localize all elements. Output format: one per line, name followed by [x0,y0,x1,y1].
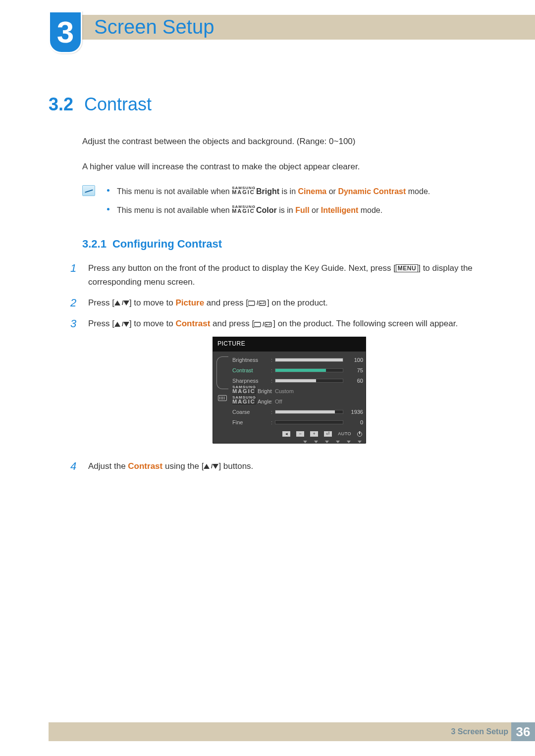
svg-text:/: / [211,463,213,469]
svg-marker-7 [114,322,120,327]
svg-marker-16 [213,464,218,469]
chapter-number: 3 [57,17,74,48]
page-number: 36 [511,722,535,741]
enter-icon: / [248,300,267,306]
section-heading: 3.2 Contrast [49,94,490,115]
osd-enter-icon: ⏎ [324,431,332,437]
osd-back-icon: ◂ [282,431,290,437]
svg-text:/: / [263,321,265,327]
svg-text:/: / [257,300,259,306]
osd-preview: PICTURE Brightness:100Contrast:75Sharpne… [213,337,366,444]
svg-rect-3 [248,301,255,305]
step-3: 3 Press [/] to move to Contrast and pres… [70,317,490,453]
osd-row: Brightness:100 [232,354,363,365]
svg-rect-10 [254,322,261,327]
osd-auto-label: AUTO [338,430,351,438]
svg-marker-9 [123,322,129,327]
svg-marker-0 [114,301,120,305]
note-item-1: This menu is not available when SAMSUNGM… [107,185,490,198]
section-number: 3.2 [49,94,73,115]
svg-marker-2 [123,301,129,305]
osd-row: Fine:0 [232,417,363,427]
svg-marker-6 [260,302,261,304]
up-down-icon: / [114,300,129,306]
osd-minus-icon: − [296,431,304,437]
step-1: 1 Press any button on the front of the p… [70,261,490,289]
svg-marker-13 [266,324,267,326]
osd-row: SAMSUNGMAGIC Angle:Off [232,396,363,406]
svg-text:/: / [122,300,124,306]
chapter-tab: 3 [49,11,82,53]
note-item-2: This menu is not available when SAMSUNGM… [107,204,490,217]
section-intro-1: Adjust the contrast between the objects … [82,135,490,148]
osd-row: Contrast:75 [232,365,363,375]
svg-text:/: / [122,321,124,327]
step-2: 2 Press [/] to move to Picture and press… [70,296,490,310]
section-intro-2: A higher value will increase the contras… [82,160,490,173]
osd-power-icon [357,432,362,437]
page-footer: 3 Screen Setup 36 [49,722,535,741]
step-4: 4 Adjust the Contrast using the [/] butt… [70,459,490,474]
osd-title: PICTURE [213,337,366,352]
chapter-title: Screen Setup [94,16,214,38]
svg-marker-14 [204,464,210,469]
section-title: Contrast [84,94,152,115]
osd-row: Coarse:1936 [232,406,363,417]
menu-button-glyph: MENU [396,264,418,272]
up-down-icon: / [114,321,129,327]
enter-icon: / [254,321,273,327]
up-down-icon: / [204,463,218,469]
note-block: This menu is not available when SAMSUNGM… [82,185,490,222]
note-icon [82,185,95,196]
subsection-heading: 3.2.1Configuring Contrast [82,238,490,251]
osd-plus-icon: + [310,431,318,437]
osd-sidebar-icon [218,395,227,401]
